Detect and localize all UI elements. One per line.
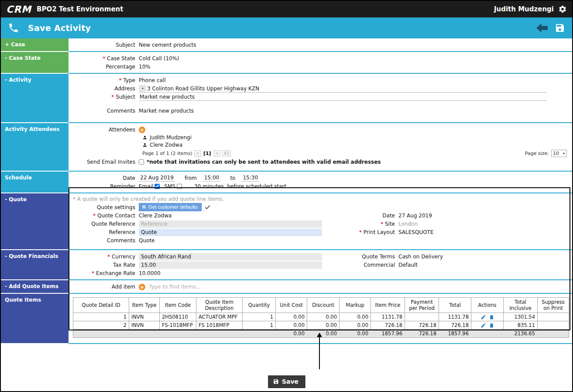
section-quote: - Quote * A quote will only be created i… bbox=[1, 193, 572, 250]
address-field[interactable]: 3 Colinton Road Gillits Upper Highway KZ… bbox=[139, 85, 547, 93]
activity-subject-field[interactable]: Market new products bbox=[139, 93, 547, 101]
totals-cell bbox=[129, 330, 160, 338]
cell-actions bbox=[471, 321, 504, 330]
save-button[interactable]: Save bbox=[268, 375, 305, 388]
cell-suppress-on-print bbox=[538, 313, 569, 321]
activity-comments-value[interactable]: Market new products bbox=[139, 108, 194, 114]
quote-date-label: Date bbox=[322, 213, 398, 219]
attendees-panel: Attendees + Judith Mudzengi Clere Zodwa … bbox=[69, 123, 572, 172]
cell-payment-per-period bbox=[405, 313, 439, 321]
quote-note: * A quote will only be created if you ad… bbox=[73, 196, 570, 202]
sidebar-item-case[interactable]: + Case bbox=[1, 38, 69, 52]
section-quote-financials: - Quote Financials * Currency Quote Term… bbox=[1, 250, 572, 280]
edit-icon[interactable] bbox=[480, 314, 486, 320]
case-state-row: * Case State Cold Call (10%) bbox=[69, 55, 570, 62]
sidebar-item-quote[interactable]: - Quote bbox=[1, 193, 69, 250]
totals-item-price: 1857.96 bbox=[371, 330, 405, 338]
reminder-minutes-value[interactable]: 30 minutes bbox=[194, 183, 224, 189]
from-time-field[interactable]: 15:00 bbox=[203, 175, 221, 182]
crm-page: CRM BPO2 Test Environment Judith Mudzeng… bbox=[0, 0, 573, 392]
cell-discount: 0.00 bbox=[307, 321, 340, 330]
reminder-email-checkbox[interactable] bbox=[154, 184, 160, 189]
cell-item-type: INVN bbox=[129, 313, 160, 321]
get-customer-defaults-label: Get customer defaults bbox=[148, 204, 198, 210]
col-discount: Discount bbox=[307, 298, 340, 313]
pagination-prev-button[interactable]: < bbox=[194, 150, 201, 157]
activity-subject-label-text: Subject bbox=[116, 94, 135, 100]
page-size-control: Page size: 10 bbox=[525, 150, 570, 157]
quote-terms-value: Cash on Delivery bbox=[398, 254, 443, 260]
totals-cell bbox=[73, 330, 129, 338]
percentage-value: 10% bbox=[139, 64, 151, 70]
cell-quote-detail-id: 1 bbox=[73, 313, 129, 321]
get-customer-defaults-button[interactable]: Get customer defaults bbox=[139, 203, 202, 211]
section-add-quote-items: - Add Quote Items Add item + bbox=[1, 280, 572, 294]
app-header: Save Activity bbox=[1, 17, 572, 38]
cell-markup: 0.00 bbox=[340, 313, 371, 321]
table-header-row: Quote Detail ID Item Type Item Code Quot… bbox=[73, 298, 569, 313]
save-icon[interactable] bbox=[555, 23, 565, 33]
address-dropdown-icon[interactable] bbox=[140, 86, 145, 91]
activity-subject-value: Market new products bbox=[140, 94, 195, 100]
required-marker: * bbox=[107, 254, 110, 260]
sidebar-item-quote-items[interactable]: Quote Items bbox=[1, 294, 69, 344]
cell-item-code: 2HS08110 bbox=[160, 313, 196, 321]
save-button-label: Save bbox=[282, 378, 299, 385]
cell-payment-per-period: 726.18 bbox=[405, 321, 439, 330]
subject-label: Subject bbox=[69, 42, 139, 48]
totals-cell bbox=[243, 330, 276, 338]
cell-total: 726.18 bbox=[439, 321, 471, 330]
add-item-icon[interactable]: + bbox=[139, 284, 145, 290]
tax-rate-input[interactable] bbox=[139, 261, 322, 269]
from-label: from bbox=[185, 175, 197, 181]
totals-cell bbox=[160, 330, 196, 338]
sidebar-item-activity[interactable]: - Activity bbox=[1, 74, 69, 123]
quote-reference-input[interactable] bbox=[139, 220, 322, 228]
quote-comments-value[interactable]: Quote bbox=[139, 237, 154, 244]
sidebar-item-case-state[interactable]: - Case State bbox=[1, 52, 69, 74]
defaults-icon bbox=[142, 205, 146, 209]
to-time-field[interactable]: 15:30 bbox=[241, 175, 259, 182]
reminder-email-label: Email bbox=[139, 183, 153, 189]
attendee-item: Clere Zodwa bbox=[142, 141, 570, 148]
delete-icon[interactable] bbox=[489, 323, 494, 328]
pagination-next-button[interactable]: > bbox=[214, 150, 220, 157]
date-field[interactable]: 22 Aug 2019 bbox=[139, 175, 175, 182]
add-attendee-icon[interactable]: + bbox=[139, 127, 145, 133]
pagination-all-button[interactable]: All bbox=[222, 150, 231, 157]
cell-total-inclusive: 1301.54 bbox=[504, 313, 538, 321]
sidebar-item-add-quote-items[interactable]: - Add Quote Items bbox=[1, 280, 69, 294]
page-size-select[interactable]: 10 bbox=[551, 150, 567, 157]
tax-rate-label: Tax Rate bbox=[69, 262, 139, 268]
totals-cell bbox=[538, 330, 569, 338]
activity-comments-label: Comments bbox=[69, 108, 139, 114]
print-layout-value: SALESQUOTE bbox=[398, 229, 434, 235]
currency-input[interactable] bbox=[139, 253, 322, 261]
currency-label: * Currency bbox=[69, 254, 139, 260]
gear-icon[interactable] bbox=[558, 5, 567, 14]
back-icon[interactable] bbox=[536, 23, 548, 33]
quote-panel: * A quote will only be created if you ad… bbox=[69, 193, 572, 250]
reminder-sms-checkbox[interactable] bbox=[177, 184, 182, 189]
type-row: * Type Phone call bbox=[69, 76, 570, 84]
col-markup: Markup bbox=[340, 298, 371, 313]
current-user[interactable]: Judith Mudzengi bbox=[494, 5, 554, 13]
title-bar: CRM BPO2 Test Environment Judith Mudzeng… bbox=[1, 1, 572, 17]
activity-panel: * Type Phone call Address 3 Colinton Roa… bbox=[69, 74, 572, 123]
sidebar-item-attendees[interactable]: Activity Attendees bbox=[1, 123, 69, 172]
type-label: * Type bbox=[69, 77, 139, 83]
sidebar-item-quote-financials[interactable]: - Quote Financials bbox=[1, 250, 69, 280]
delete-icon[interactable] bbox=[489, 314, 494, 320]
find-items-input[interactable] bbox=[149, 284, 280, 290]
person-icon bbox=[142, 142, 148, 148]
cell-actions bbox=[471, 313, 504, 321]
edit-icon[interactable] bbox=[480, 323, 486, 328]
reference-input[interactable] bbox=[139, 229, 322, 236]
send-email-invites-checkbox[interactable] bbox=[139, 159, 144, 165]
sidebar-item-schedule[interactable]: Schedule bbox=[1, 172, 69, 193]
quote-comments-label: Comments bbox=[69, 237, 139, 244]
percentage-row: Percentage 10% bbox=[69, 63, 570, 71]
save-icon bbox=[273, 378, 279, 385]
pagination-current-page: [1] bbox=[203, 151, 211, 156]
type-value: Phone call bbox=[139, 77, 166, 83]
